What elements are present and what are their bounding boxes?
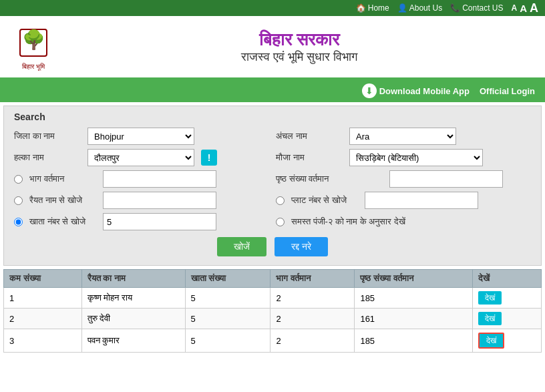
contact-link[interactable]: 📞 Contact US <box>450 3 503 13</box>
cell-khata: 5 <box>185 288 270 309</box>
anchal-label: अंचल नाम <box>276 131 343 142</box>
title-line2: राजस्व एवं भूमि सुधार विभाग <box>67 50 532 64</box>
contact-label: Contact US <box>462 3 503 13</box>
col-bhag: भाग वर्तमान <box>270 270 355 288</box>
cell-prishtha: 161 <box>355 309 473 329</box>
bhag-input[interactable] <box>103 170 216 188</box>
svg-text:🌳: 🌳 <box>22 29 45 51</box>
bhag-prishtha-row: भाग वर्तमान पृष्ठ संख्या वर्तमान <box>14 170 531 188</box>
samasth-radio[interactable] <box>276 218 285 226</box>
col-prishtha: पृष्ठ संख्या वर्तमान <box>355 270 473 288</box>
district-label: जिला का नाम <box>14 131 81 142</box>
home-link[interactable]: 🏠 Home <box>356 3 389 13</box>
download-app-section: ⬇ Download Mobile App <box>362 83 470 98</box>
cell-prishtha: 185 <box>355 329 473 353</box>
home-icon: 🏠 <box>356 3 366 13</box>
header-title: बिहार सरकार राजस्व एवं भूमि सुधार विभाग <box>67 29 532 64</box>
khata-input[interactable] <box>103 213 216 230</box>
top-navigation: 🏠 Home 👤 About Us 📞 Contact US A A A <box>0 0 545 16</box>
download-app-link[interactable]: Download Mobile App <box>379 86 470 96</box>
table-row: 3पवन कुमार52185देखं <box>4 329 542 353</box>
cell-kram: 3 <box>4 329 82 353</box>
search-button[interactable]: खोजें <box>217 237 266 256</box>
reset-button[interactable]: रद्द नरे <box>275 237 328 256</box>
plat-label: प्लाट नंबर से खोजे <box>291 195 358 206</box>
cell-bhag: 2 <box>270 309 355 329</box>
col-khata: खाता संख्या <box>185 270 270 288</box>
view-button[interactable]: देखं <box>478 312 502 325</box>
halka-field: हल्का नाम दौलतपुर ! <box>14 149 269 166</box>
table-header-row: कम संख्या रैयत का नाम खाता संख्या भाग वर… <box>4 270 542 288</box>
cell-bhag: 2 <box>270 288 355 309</box>
cell-reyat: कृष्ण मोहन राय <box>81 288 185 309</box>
reyat-radio[interactable] <box>14 196 23 205</box>
official-login-link[interactable]: Official Login <box>480 86 535 96</box>
district-anchal-row: जिला का नाम Bhojpur Patna Gaya अंचल नाम … <box>14 128 531 145</box>
reyat-input[interactable] <box>103 192 216 209</box>
plat-radio[interactable] <box>276 196 285 205</box>
bhag-field: भाग वर्तमान <box>14 170 269 188</box>
plat-field: प्लाट नंबर से खोजे <box>276 192 531 209</box>
col-kram: कम संख्या <box>4 270 82 288</box>
plat-input[interactable] <box>365 192 478 209</box>
samasth-field: समस्त पंजी-२ को नाम के अनुसार देखें <box>276 216 531 227</box>
cell-khata: 5 <box>185 309 270 329</box>
table-row: 1कृष्ण मोहन राय52185देखं <box>4 288 542 309</box>
cell-reyat: पवन कुमार <box>81 329 185 353</box>
khata-samasth-row: खाता नंबर से खोजे समस्त पंजी-२ को नाम के… <box>14 213 531 230</box>
about-label: About Us <box>409 3 442 13</box>
cell-khata: 5 <box>185 329 270 353</box>
mauza-select[interactable]: सिउड़िबेग (बेटियासी) <box>349 149 483 166</box>
about-link[interactable]: 👤 About Us <box>397 3 442 13</box>
search-section: Search जिला का नाम Bhojpur Patna Gaya अं… <box>3 106 542 266</box>
font-large-btn[interactable]: A <box>530 1 538 15</box>
cell-reyat: तुरु देवी <box>81 309 185 329</box>
district-select[interactable]: Bhojpur Patna Gaya <box>87 128 194 145</box>
mauza-label: मौजा नाम <box>276 152 343 163</box>
khata-field: खाता नंबर से खोजे <box>14 213 269 230</box>
font-size-controls: A A A <box>511 1 538 15</box>
view-button[interactable]: देखं <box>478 333 504 349</box>
font-medium-btn[interactable]: A <box>520 3 527 14</box>
search-buttons-row: खोजें रद्द नरे <box>14 237 531 256</box>
khata-label: खाता नंबर से खोजे <box>29 216 96 227</box>
cell-view: देखं <box>473 288 542 309</box>
table-body: 1कृष्ण मोहन राय52185देखं2तुरु देवी52161द… <box>4 288 542 353</box>
halka-mauza-row: हल्का नाम दौलतपुर ! मौजा नाम सिउड़िबेग (… <box>14 149 531 166</box>
view-button[interactable]: देखं <box>478 291 502 305</box>
font-small-btn[interactable]: A <box>511 3 517 13</box>
cell-view: देखं <box>473 329 542 353</box>
samasth-label: समस्त पंजी-२ को नाम के अनुसार देखें <box>291 216 458 227</box>
cell-bhag: 2 <box>270 329 355 353</box>
results-table: कम संख्या रैयत का नाम खाता संख्या भाग वर… <box>3 269 542 353</box>
cell-kram: 1 <box>4 288 82 309</box>
halka-select[interactable]: दौलतपुर <box>87 149 194 166</box>
page-header: 🌳 बिहार भूमि बिहार सरकार राजस्व एवं भूमि… <box>0 16 545 79</box>
anchal-select[interactable]: Ara Piro <box>349 128 456 145</box>
prishtha-input[interactable] <box>389 170 503 188</box>
cell-kram: 2 <box>4 309 82 329</box>
logo-area: 🌳 बिहार भूमि <box>13 23 53 71</box>
reyat-label: रैयत नाम से खोजे <box>29 195 96 206</box>
download-icon: ⬇ <box>362 83 377 98</box>
logo-label: बिहार भूमि <box>22 63 45 71</box>
about-icon: 👤 <box>397 3 407 13</box>
title-line1: बिहार सरकार <box>67 29 532 50</box>
bhag-radio[interactable] <box>14 175 23 184</box>
anchal-field: अंचल नाम Ara Piro <box>276 128 531 145</box>
col-dekhe: देखें <box>473 270 542 288</box>
mauza-field: मौजा नाम सिउड़िबेग (बेटियासी) <box>276 149 531 166</box>
contact-icon: 📞 <box>450 3 460 13</box>
search-title: Search <box>14 112 531 122</box>
cell-prishtha: 185 <box>355 288 473 309</box>
district-field: जिला का नाम Bhojpur Patna Gaya <box>14 128 269 145</box>
reyat-plat-row: रैयत नाम से खोजे प्लाट नंबर से खोजे <box>14 192 531 209</box>
halka-label: हल्का नाम <box>14 152 81 163</box>
exclaim-button[interactable]: ! <box>201 150 217 166</box>
col-reyat: रैयत का नाम <box>81 270 185 288</box>
khata-radio[interactable] <box>14 218 23 226</box>
logo-image: 🌳 <box>13 23 53 63</box>
cell-view: देखं <box>473 309 542 329</box>
reyat-field: रैयत नाम से खोजे <box>14 192 269 209</box>
action-bar: ⬇ Download Mobile App Official Login <box>0 79 545 102</box>
